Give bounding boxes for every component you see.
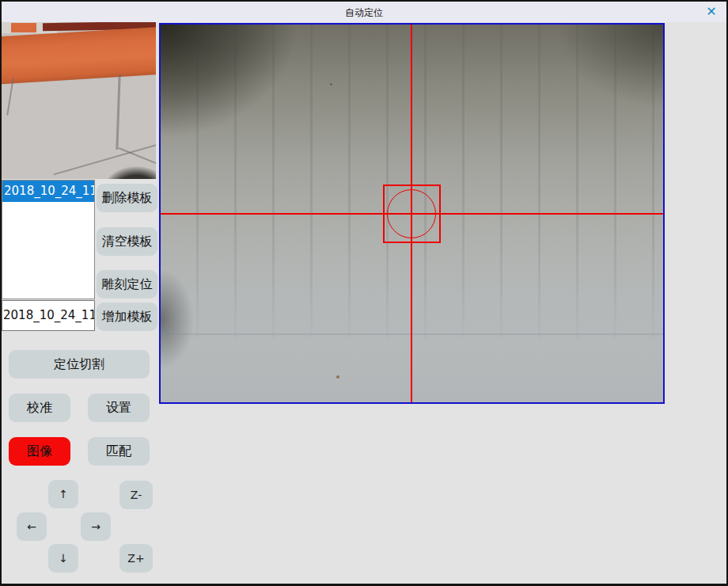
jog-up-button[interactable]: ↑ [48,480,78,508]
window-title: 自动定位 [2,6,726,20]
jog-z-plus-button[interactable]: Z+ [119,544,153,573]
thumbnail-orange-plank [2,26,156,84]
template-thumbnail-image [2,22,156,179]
match-region-circle [387,189,436,238]
clear-templates-button[interactable]: 清空模板 [97,227,157,256]
jog-right-button[interactable]: → [81,512,111,541]
engrave-position-button[interactable]: 雕刻定位 [97,270,157,299]
jog-left-button[interactable]: ← [17,512,47,541]
template-list-item[interactable]: 2018_10_24_11 [2,181,94,202]
settings-button[interactable]: 设置 [88,394,150,422]
auto-positioning-window: 自动定位 ✕ 2018_10_24_11 2018_10_24_11 删除模板 … [0,0,728,586]
thumbnail-dark-object [103,166,156,179]
camera-view[interactable] [159,23,665,404]
camera-speck [336,375,339,379]
template-list[interactable]: 2018_10_24_11 [2,180,95,299]
thumbnail-tile-line [116,74,120,150]
calibrate-button[interactable]: 校准 [9,394,70,422]
camera-speck [330,83,332,86]
image-button[interactable]: 图像 [9,437,70,466]
title-bar: 自动定位 ✕ [2,2,726,22]
delete-template-button[interactable]: 删除模板 [97,184,157,212]
position-cut-button[interactable]: 定位切割 [9,350,150,379]
match-button[interactable]: 匹配 [88,437,150,466]
jog-down-button[interactable]: ↓ [48,544,78,573]
close-icon[interactable]: ✕ [703,4,720,20]
jog-z-minus-button[interactable]: Z- [119,481,153,509]
template-name-input[interactable]: 2018_10_24_11 [2,300,95,331]
add-template-button[interactable]: 增加模板 [97,303,157,331]
thumbnail-orange-block [11,23,36,32]
